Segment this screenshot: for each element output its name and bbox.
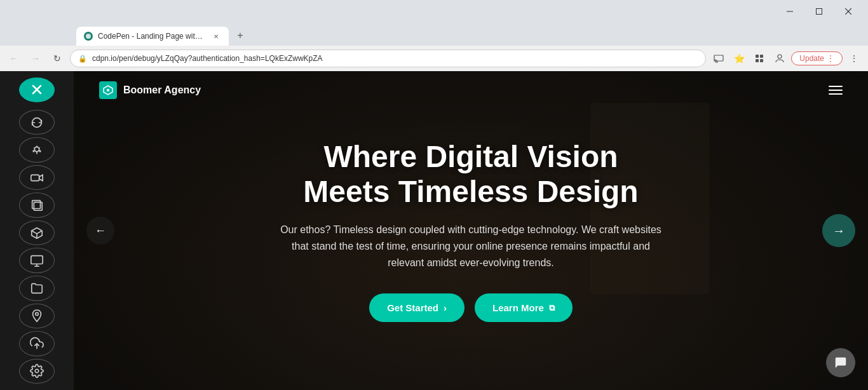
learn-more-button[interactable]: Learn More ⧉ [475,293,573,322]
close-window-button[interactable] [834,2,863,21]
brand-name: Boomer Agency [123,84,201,96]
nav-logo: Boomer Agency [99,81,201,99]
webpage-preview: Boomer Agency ← Where Digital Vision Mee… [74,71,868,390]
hero-buttons: Get Started › Learn More ⧉ [280,293,661,322]
hamburger-menu[interactable] [829,86,843,95]
tab-bar: CodePen - Landing Page with Ti... ✕ + [0,23,868,46]
sidebar-location-button[interactable] [19,304,55,329]
svg-rect-12 [31,175,39,180]
title-bar [0,0,868,23]
svg-point-21 [35,370,39,373]
sidebar-folder-button[interactable] [19,276,55,301]
back-button[interactable]: ← [5,50,23,67]
new-tab-button[interactable]: + [231,27,249,44]
arrow-right-icon: → [832,224,845,238]
sidebar-video-button[interactable] [19,165,55,191]
sidebar-box-button[interactable] [19,220,55,246]
close-icon [29,82,44,97]
svg-rect-7 [760,55,763,58]
chat-icon [834,356,848,370]
arrow-right-icon: › [444,302,447,313]
hero-title: Where Digital Vision Meets Timeless Desi… [280,139,661,209]
hero-subtitle: Our ethos? Timeless design coupled with … [280,222,661,271]
carousel-prev-button[interactable]: ← [86,217,114,245]
window-controls [775,2,863,21]
sidebar-upload-button[interactable] [19,331,55,356]
extensions-icon[interactable] [750,50,768,67]
bookmark-icon[interactable]: ⭐ [730,50,748,67]
menu-icon[interactable]: ⋮ [845,50,863,67]
svg-point-23 [107,89,109,91]
svg-point-10 [778,55,782,58]
toolbar-right: ⭐ Update ⋮ ⋮ [710,50,863,67]
tab-favicon [84,32,93,41]
svg-point-11 [34,147,39,152]
carousel-next-button[interactable]: → [822,214,855,247]
main-area: Boomer Agency ← Where Digital Vision Mee… [0,71,868,390]
sidebar-layers-button[interactable] [19,192,55,218]
forward-button[interactable]: → [27,50,44,67]
browser-toolbar: ← → ↻ 🔒 cdpn.io/pen/debug/yLZqQay?authen… [0,46,868,71]
cast-icon[interactable] [710,50,728,67]
external-link-icon: ⧉ [549,303,555,313]
update-dropdown-icon: ⋮ [827,54,834,63]
chat-widget-button[interactable] [826,348,855,377]
tab-title: CodePen - Landing Page with Ti... [98,32,206,41]
hamburger-line-3 [829,93,843,95]
url-text: cdpn.io/pen/debug/yLZqQay?authentication… [92,54,698,63]
maximize-button[interactable] [804,2,834,21]
update-button[interactable]: Update ⋮ [791,51,843,65]
svg-point-4 [86,34,91,39]
svg-point-19 [36,313,39,316]
sidebar [0,71,74,390]
browser-chrome: CodePen - Landing Page with Ti... ✕ + ← … [0,0,868,71]
hero-section: Where Digital Vision Meets Timeless Desi… [280,139,661,322]
hamburger-line-1 [829,86,843,87]
svg-rect-6 [756,55,759,58]
svg-rect-1 [817,9,822,15]
sidebar-sync-button[interactable] [19,110,55,135]
security-icon: 🔒 [78,55,87,63]
active-tab[interactable]: CodePen - Landing Page with Ti... ✕ [76,27,229,46]
logo-icon [99,81,117,99]
sidebar-monitor-button[interactable] [19,248,55,273]
profile-icon[interactable] [771,50,789,67]
svg-rect-8 [756,59,759,62]
svg-rect-16 [31,256,43,264]
svg-rect-0 [787,11,793,12]
get-started-button[interactable]: Get Started › [369,293,465,322]
close-panel-button[interactable] [19,77,55,102]
hamburger-line-2 [829,90,843,91]
address-bar[interactable]: 🔒 cdpn.io/pen/debug/yLZqQay?authenticati… [70,50,706,67]
sidebar-bug-button[interactable] [19,137,55,163]
svg-rect-9 [760,59,763,62]
reload-button[interactable]: ↻ [48,50,66,67]
tab-close-button[interactable]: ✕ [211,31,221,41]
nav-bar: Boomer Agency [74,71,868,109]
sidebar-settings-button[interactable] [19,359,55,384]
brand-icon [102,84,114,96]
minimize-button[interactable] [775,2,804,21]
